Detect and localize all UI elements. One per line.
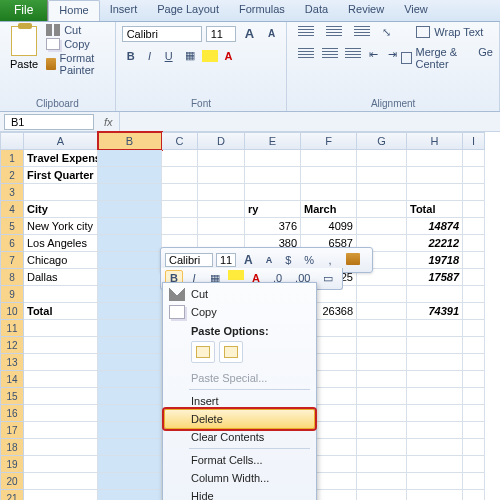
cell[interactable] [407, 337, 463, 354]
cell[interactable]: Los Angeles [24, 235, 98, 252]
tab-review[interactable]: Review [338, 0, 394, 21]
mini-shrink[interactable]: A [261, 253, 278, 267]
ctx-paste-special[interactable]: Paste Special... [165, 369, 314, 387]
cell[interactable] [98, 422, 162, 439]
tab-page-layout[interactable]: Page Layout [147, 0, 229, 21]
col-header-b[interactable]: B [98, 132, 162, 150]
cell[interactable] [463, 388, 485, 405]
cell[interactable] [198, 218, 245, 235]
formula-bar[interactable] [119, 112, 500, 131]
cell[interactable] [463, 167, 485, 184]
col-header-e[interactable]: E [245, 132, 301, 150]
mini-dollar[interactable]: $ [280, 252, 296, 268]
cell[interactable] [357, 456, 407, 473]
row-header[interactable]: 8 [0, 269, 24, 286]
merge-center-button[interactable]: Merge & Center [401, 46, 470, 70]
tab-data[interactable]: Data [295, 0, 338, 21]
cell[interactable] [24, 184, 98, 201]
tab-view[interactable]: View [394, 0, 438, 21]
cell[interactable] [463, 490, 485, 500]
align-center-button[interactable] [317, 46, 339, 73]
cell[interactable] [357, 405, 407, 422]
cell[interactable] [98, 167, 162, 184]
cell[interactable] [357, 303, 407, 320]
mini-comma[interactable]: , [322, 252, 338, 268]
cell[interactable] [245, 184, 301, 201]
shrink-font-button[interactable]: A [263, 26, 280, 41]
cell[interactable] [301, 184, 357, 201]
cell[interactable] [357, 337, 407, 354]
file-tab[interactable]: File [0, 0, 48, 21]
cell[interactable] [407, 150, 463, 167]
cut-button[interactable]: Cut [46, 24, 109, 36]
cell[interactable] [357, 167, 407, 184]
cell[interactable] [98, 235, 162, 252]
cell[interactable] [98, 269, 162, 286]
mini-grow[interactable]: A [239, 251, 258, 269]
cell[interactable] [357, 490, 407, 500]
underline-button[interactable]: U [160, 48, 178, 64]
cell[interactable] [357, 439, 407, 456]
cell[interactable] [24, 320, 98, 337]
mini-merge[interactable]: ▭ [318, 270, 338, 287]
cell[interactable] [463, 320, 485, 337]
cell[interactable] [98, 354, 162, 371]
cell[interactable] [463, 456, 485, 473]
cell[interactable]: Travel Expenses [24, 150, 98, 167]
grow-font-button[interactable]: A [240, 24, 259, 43]
cell[interactable] [98, 150, 162, 167]
cell[interactable] [357, 286, 407, 303]
cell[interactable] [463, 235, 485, 252]
cell[interactable] [198, 167, 245, 184]
cell[interactable] [98, 184, 162, 201]
cell[interactable] [198, 150, 245, 167]
row-header[interactable]: 16 [0, 405, 24, 422]
cell[interactable] [98, 320, 162, 337]
cell[interactable] [245, 167, 301, 184]
cell[interactable] [357, 473, 407, 490]
col-header-i[interactable]: I [463, 132, 485, 150]
cell[interactable] [162, 150, 198, 167]
increase-indent-button[interactable]: ⇥ [383, 46, 400, 73]
tab-formulas[interactable]: Formulas [229, 0, 295, 21]
cell[interactable]: Total [407, 201, 463, 218]
cell[interactable] [463, 252, 485, 269]
cell[interactable] [357, 422, 407, 439]
cell[interactable]: New York city [24, 218, 98, 235]
cell[interactable] [301, 167, 357, 184]
border-button[interactable]: ▦ [180, 47, 200, 64]
cell[interactable] [463, 439, 485, 456]
row-header[interactable]: 11 [0, 320, 24, 337]
cell[interactable] [357, 371, 407, 388]
cell[interactable] [98, 473, 162, 490]
cell[interactable] [98, 388, 162, 405]
copy-button[interactable]: Copy [46, 38, 109, 50]
cell[interactable]: 4099 [301, 218, 357, 235]
cell[interactable] [198, 201, 245, 218]
font-size-select[interactable]: 11 [206, 26, 236, 42]
cell[interactable] [162, 201, 198, 218]
align-right-button[interactable] [340, 46, 362, 73]
row-header[interactable]: 6 [0, 235, 24, 252]
cell[interactable] [98, 456, 162, 473]
cell[interactable] [98, 303, 162, 320]
fill-color-button[interactable] [202, 50, 218, 62]
cell[interactable] [162, 167, 198, 184]
cell[interactable] [357, 184, 407, 201]
cell[interactable] [301, 150, 357, 167]
ctx-column-width[interactable]: Column Width... [165, 469, 314, 487]
align-bottom-button[interactable] [349, 24, 375, 42]
cell[interactable]: Chicago [24, 252, 98, 269]
row-header[interactable]: 1 [0, 150, 24, 167]
cell[interactable] [407, 473, 463, 490]
decrease-indent-button[interactable]: ⇤ [364, 46, 381, 73]
cell[interactable] [24, 286, 98, 303]
cell[interactable]: 19718 [407, 252, 463, 269]
row-header[interactable]: 21 [0, 490, 24, 500]
cell[interactable] [407, 439, 463, 456]
name-box[interactable]: B1 [4, 114, 94, 130]
cell[interactable] [24, 388, 98, 405]
col-header-g[interactable]: G [357, 132, 407, 150]
mini-percent[interactable]: % [299, 252, 319, 268]
cell[interactable] [463, 269, 485, 286]
